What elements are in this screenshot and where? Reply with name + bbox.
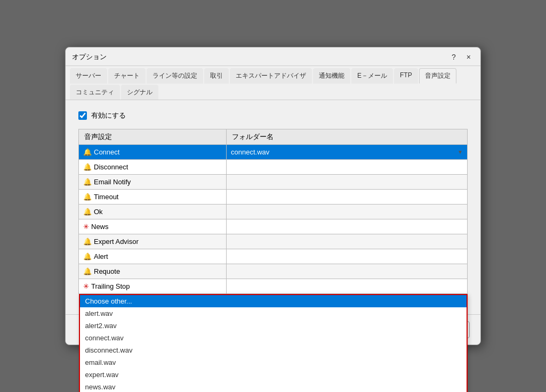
bell-orange-icon: 🔔 xyxy=(83,208,92,216)
row-name-email notify: 🔔Email Notify xyxy=(79,175,227,190)
options-dialog: オプション ? × サーバーチャートライン等の設定取引エキスパートアドバイザ通知… xyxy=(65,47,481,345)
help-button[interactable]: ? xyxy=(448,52,459,62)
table-row[interactable]: 🔔Requote xyxy=(79,264,468,279)
row-folder-news[interactable] xyxy=(227,219,468,234)
row-name-alert: 🔔Alert xyxy=(79,249,227,264)
tab-エキスパートアドバイザ[interactable]: エキスパートアドバイザ xyxy=(230,68,312,84)
table-row[interactable]: 🔔Connect connect.wav ▼ Choose other...al… xyxy=(79,145,468,160)
dropdown-item[interactable]: Choose other... xyxy=(80,295,467,307)
row-folder-expert advisor[interactable] xyxy=(227,234,468,249)
dropdown-item[interactable]: disconnect.wav xyxy=(80,344,467,356)
dropdown-item[interactable]: alert2.wav xyxy=(80,320,467,332)
table-row[interactable]: 🔔Expert Advisor xyxy=(79,234,468,249)
table-row[interactable]: 🔔Email Notify xyxy=(79,175,468,190)
bell-yellow-icon: 🔔 xyxy=(83,267,92,275)
selected-value: connect.wav xyxy=(231,148,269,156)
row-folder-email notify[interactable] xyxy=(227,175,468,190)
table-row[interactable]: ✳Trailing Stop xyxy=(79,279,468,294)
title-bar: オプション ? × xyxy=(66,47,480,66)
table-row[interactable]: 🔔Alert xyxy=(79,249,468,264)
tab-チャート[interactable]: チャート xyxy=(108,68,146,84)
bell-yellow-icon: 🔔 xyxy=(83,238,92,246)
enable-row: 有効にする xyxy=(78,111,468,120)
row-name-trailing stop: ✳Trailing Stop xyxy=(79,279,227,294)
dropdown-item[interactable]: expert.wav xyxy=(80,369,467,381)
tab-FTP[interactable]: FTP xyxy=(394,68,418,84)
bell-yellow-icon: 🔔 xyxy=(83,148,92,156)
tab-コミュニティ[interactable]: コミュニティ xyxy=(70,85,120,100)
row-name-news: ✳News xyxy=(79,219,227,234)
table-row[interactable]: 🔔Timeout xyxy=(79,190,468,205)
row-folder-connect[interactable]: connect.wav ▼ Choose other...alert.waval… xyxy=(227,145,468,160)
col-folder-header: フォルダー名 xyxy=(227,129,468,145)
settings-table: 音声設定 フォルダー名 🔔Connect connect.wav ▼ Choos… xyxy=(78,129,468,294)
tab-取引[interactable]: 取引 xyxy=(204,68,229,84)
row-folder-alert[interactable] xyxy=(227,249,468,264)
row-folder-ok[interactable] xyxy=(227,205,468,219)
close-button[interactable]: × xyxy=(463,52,474,62)
row-folder-requote[interactable] xyxy=(227,264,468,279)
dialog-title: オプション xyxy=(72,52,107,62)
bell-yellow-icon: 🔔 xyxy=(83,163,92,171)
tab-ライン等の設定[interactable]: ライン等の設定 xyxy=(147,68,203,84)
star-red-icon: ✳ xyxy=(83,282,89,290)
row-name-requote: 🔔Requote xyxy=(79,264,227,279)
dropdown-item[interactable]: news.wav xyxy=(80,381,467,393)
table-row[interactable]: ✳News xyxy=(79,219,468,234)
row-folder-disconnect[interactable] xyxy=(227,160,468,175)
dropdown-item[interactable]: alert.wav xyxy=(80,307,467,320)
tab-通知機能[interactable]: 通知機能 xyxy=(313,68,350,84)
dropdown-menu: Choose other...alert.wavalert2.wavconnec… xyxy=(79,294,468,393)
row-name-expert advisor: 🔔Expert Advisor xyxy=(79,234,227,249)
star-red-icon: ✳ xyxy=(83,223,89,231)
tab-音声設定[interactable]: 音声設定 xyxy=(419,68,456,84)
table-row[interactable]: 🔔Disconnect xyxy=(79,160,468,175)
row-folder-timeout[interactable] xyxy=(227,190,468,205)
bell-yellow-icon: 🔔 xyxy=(83,193,92,201)
row-folder-trailing stop[interactable] xyxy=(227,279,468,294)
enable-checkbox[interactable] xyxy=(78,111,87,120)
tab-シグナル[interactable]: シグナル xyxy=(121,85,158,100)
dropdown-item[interactable]: email.wav xyxy=(80,356,467,369)
content-area: 有効にする 音声設定 フォルダー名 🔔Connect connect.wav ▼… xyxy=(66,100,480,314)
row-name-timeout: 🔔Timeout xyxy=(79,190,227,205)
dropdown-arrow-icon[interactable]: ▼ xyxy=(457,149,463,155)
bell-yellow-icon: 🔔 xyxy=(83,252,92,260)
tab-bar: サーバーチャートライン等の設定取引エキスパートアドバイザ通知機能E－メールFTP… xyxy=(66,66,480,100)
row-name-ok: 🔔Ok xyxy=(79,205,227,219)
table-row[interactable]: 🔔Ok xyxy=(79,205,468,219)
enable-label: 有効にする xyxy=(91,111,126,120)
tab-サーバー[interactable]: サーバー xyxy=(70,68,107,84)
row-name-connect: 🔔Connect xyxy=(79,145,227,160)
tab-E－メール[interactable]: E－メール xyxy=(351,68,393,84)
col-name-header: 音声設定 xyxy=(79,129,227,145)
dropdown-cell[interactable]: connect.wav ▼ xyxy=(231,148,463,156)
title-bar-buttons: ? × xyxy=(448,52,474,62)
row-name-disconnect: 🔔Disconnect xyxy=(79,160,227,175)
bell-yellow-icon: 🔔 xyxy=(83,178,92,186)
dropdown-item[interactable]: connect.wav xyxy=(80,332,467,344)
